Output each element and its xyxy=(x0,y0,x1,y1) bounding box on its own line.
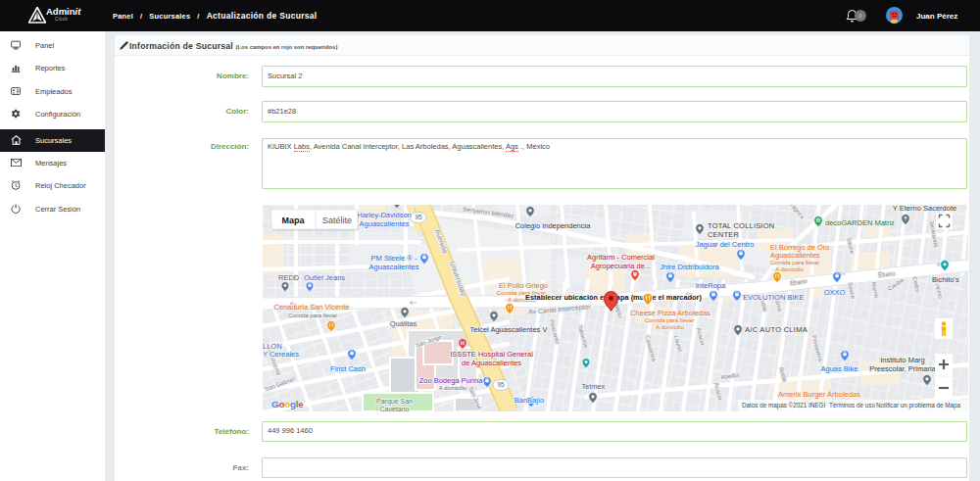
svg-text:Comida para llevar: Comida para llevar xyxy=(288,313,337,318)
svg-text:OXXO: OXXO xyxy=(824,288,846,297)
svg-text:Y Cereales: Y Cereales xyxy=(263,350,299,359)
svg-text:Mapa: Mapa xyxy=(281,216,305,225)
svg-text:Datos de mapas ©2021 INEGI: Datos de mapas ©2021 INEGI xyxy=(742,402,825,409)
svg-text:Telcel Aguascalientes V: Telcel Aguascalientes V xyxy=(470,325,548,334)
svg-text:Telmex: Telmex xyxy=(582,382,606,391)
svg-text:Y Eterno Sacerdote: Y Eterno Sacerdote xyxy=(893,205,956,213)
svg-text:InteRopa: InteRopa xyxy=(696,281,726,290)
svg-text:Aguas Bike: Aguas Bike xyxy=(821,364,858,373)
svg-text:de Aguascalientes: de Aguascalientes xyxy=(462,359,521,367)
svg-text:Cayetano: Cayetano xyxy=(380,406,410,411)
svg-text:Jaguar del Centro: Jaguar del Centro xyxy=(696,240,755,249)
svg-text:Harley-Davidson: Harley-Davidson xyxy=(357,211,411,219)
svg-text:A domicilio: A domicilio xyxy=(439,385,467,391)
svg-text:PM Steele ® -: PM Steele ® - xyxy=(371,254,417,263)
svg-text:Notificar un problema de Mapa: Notificar un problema de Mapa xyxy=(876,402,961,409)
svg-text:Jhire Distribuidora: Jhire Distribuidora xyxy=(660,263,719,271)
svg-text:Colegio Independencia: Colegio Independencia xyxy=(515,221,592,230)
svg-text:· A domicilio: · A domicilio xyxy=(772,266,805,272)
svg-text:A/C AUTO CLIMA: A/C AUTO CLIMA xyxy=(745,325,808,334)
svg-text:Quálitas: Quálitas xyxy=(390,319,417,328)
svg-text:Comida para llevar: Comida para llevar xyxy=(770,260,819,265)
svg-text:El Pollo Griego: El Pollo Griego xyxy=(499,281,548,290)
svg-text:Agropecuaria de...: Agropecuaria de... xyxy=(591,262,651,270)
svg-text:Google: Google xyxy=(271,399,304,409)
svg-text:REDD: REDD xyxy=(278,273,300,282)
svg-text:decoGARDEN Matriz: decoGARDEN Matriz xyxy=(825,218,895,227)
svg-text:Outlet Jeans: Outlet Jeans xyxy=(304,273,345,282)
svg-text:Términos de uso: Términos de uso xyxy=(829,402,875,409)
svg-text:· A domicilio: · A domicilio xyxy=(653,324,685,330)
svg-text:CENTER: CENTER xyxy=(708,230,739,239)
svg-text:Aguascalientes: Aguascalientes xyxy=(369,263,419,271)
svg-text:Cenaduria San Vicente: Cenaduria San Vicente xyxy=(274,303,350,312)
svg-text:Satélite: Satélite xyxy=(322,216,352,225)
svg-text:Zoo Bodega Purina: Zoo Bodega Purina xyxy=(419,376,483,385)
svg-text:BanBajío: BanBajío xyxy=(514,396,544,405)
svg-text:Bichito's: Bichito's xyxy=(932,275,959,284)
svg-text:Firist Cash: Firist Cash xyxy=(330,364,366,373)
svg-text:95: 95 xyxy=(415,214,422,220)
svg-text:Aguascalientes: Aguascalientes xyxy=(360,219,410,228)
svg-text:H: H xyxy=(461,340,465,346)
svg-text:Aguascalientes: Aguascalientes xyxy=(770,251,820,260)
svg-text:Cheese Pizza Arboledas: Cheese Pizza Arboledas xyxy=(630,309,710,317)
svg-text:EVOLUTION BIKE: EVOLUTION BIKE xyxy=(743,293,805,302)
svg-text:95: 95 xyxy=(497,381,505,388)
svg-text:Comida para llevar: Comida para llevar xyxy=(645,317,694,323)
svg-text:Parque San: Parque San xyxy=(376,398,413,406)
svg-text:Preescolar, Primaria: Preescolar, Primaria xyxy=(869,364,936,373)
